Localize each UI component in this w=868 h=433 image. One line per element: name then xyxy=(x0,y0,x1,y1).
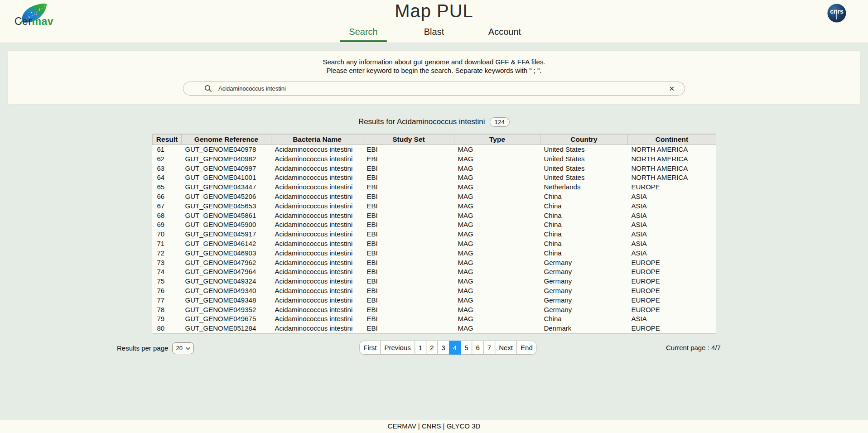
cell-result: 73 xyxy=(153,258,182,268)
table-row[interactable]: 77GUT_GENOME049348Acidaminococcus intest… xyxy=(153,296,716,305)
table-row[interactable]: 76GUT_GENOME049340Acidaminococcus intest… xyxy=(153,286,716,296)
tab-blast[interactable]: Blast xyxy=(410,26,458,42)
search-box: ✕ xyxy=(183,82,685,96)
table-row[interactable]: 80GUT_GENOME051284Acidaminococcus intest… xyxy=(153,324,716,333)
page-button-7[interactable]: 7 xyxy=(483,341,495,355)
cell-bacteria-name: Acidaminococcus intestini xyxy=(271,173,363,183)
cell-continent: EUROPE xyxy=(628,267,716,277)
bottom-controls: Results per page 20 FirstPrevious1234567… xyxy=(0,341,868,356)
table-row[interactable]: 63GUT_GENOME040997Acidaminococcus intest… xyxy=(153,164,716,173)
cell-country: Germany xyxy=(540,296,628,305)
cell-type: MAG xyxy=(454,211,540,221)
cell-bacteria-name: Acidaminococcus intestini xyxy=(271,277,363,286)
page-button-previous[interactable]: Previous xyxy=(380,341,415,355)
cell-genome-reference: GUT_GENOME043447 xyxy=(182,183,271,192)
cell-continent: ASIA xyxy=(628,220,716,230)
cell-study-set: EBI xyxy=(363,305,454,315)
cell-result: 75 xyxy=(153,277,182,286)
page-button-6[interactable]: 6 xyxy=(472,341,484,355)
table-row[interactable]: 66GUT_GENOME045206Acidaminococcus intest… xyxy=(153,192,716,202)
cell-continent: ASIA xyxy=(628,239,716,249)
results-count-badge: 124 xyxy=(490,117,510,127)
cell-bacteria-name: Acidaminococcus intestini xyxy=(271,192,363,202)
tab-account[interactable]: Account xyxy=(481,26,528,42)
table-row[interactable]: 75GUT_GENOME049324Acidaminococcus intest… xyxy=(153,277,716,286)
cell-study-set: EBI xyxy=(363,183,454,192)
clear-search-icon[interactable]: ✕ xyxy=(669,85,675,92)
cell-bacteria-name: Acidaminococcus intestini xyxy=(271,211,363,221)
table-row[interactable]: 69GUT_GENOME045900Acidaminococcus intest… xyxy=(153,220,716,230)
cell-bacteria-name: Acidaminococcus intestini xyxy=(271,296,363,305)
table-row[interactable]: 64GUT_GENOME041001Acidaminococcus intest… xyxy=(153,173,716,183)
table-row[interactable]: 72GUT_GENOME046903Acidaminococcus intest… xyxy=(153,249,716,258)
page-button-4[interactable]: 4 xyxy=(449,341,461,355)
cell-study-set: EBI xyxy=(363,192,454,202)
results-table-container: ResultGenome ReferenceBacteria NameStudy… xyxy=(152,134,716,334)
pagination: FirstPrevious1234567NextEnd xyxy=(359,341,536,355)
results-per-page-value: 20 xyxy=(176,345,182,351)
cell-type: MAG xyxy=(454,324,540,333)
table-row[interactable]: 79GUT_GENOME049675Acidaminococcus intest… xyxy=(153,314,716,324)
cell-type: MAG xyxy=(454,230,540,239)
cell-bacteria-name: Acidaminococcus intestini xyxy=(271,305,363,315)
table-row[interactable]: 62GUT_GENOME040982Acidaminococcus intest… xyxy=(153,154,716,164)
page-button-2[interactable]: 2 xyxy=(426,341,438,355)
cnrs-logo: cnrs xyxy=(827,4,846,23)
cell-study-set: EBI xyxy=(363,267,454,277)
cell-continent: NORTH AMERICA xyxy=(628,154,716,164)
cell-bacteria-name: Acidaminococcus intestini xyxy=(271,154,363,164)
page-button-next[interactable]: Next xyxy=(495,341,517,355)
cell-genome-reference: GUT_GENOME040997 xyxy=(182,164,271,173)
cell-study-set: EBI xyxy=(363,258,454,268)
cell-study-set: EBI xyxy=(363,154,454,164)
cell-continent: EUROPE xyxy=(628,277,716,286)
cell-continent: EUROPE xyxy=(628,286,716,296)
cell-type: MAG xyxy=(454,192,540,202)
cell-continent: ASIA xyxy=(628,230,716,239)
cell-genome-reference: GUT_GENOME047962 xyxy=(182,258,271,268)
cell-country: Germany xyxy=(540,277,628,286)
cell-bacteria-name: Acidaminococcus intestini xyxy=(271,314,363,324)
cell-genome-reference: GUT_GENOME045861 xyxy=(182,211,271,221)
cell-country: United States xyxy=(540,173,628,183)
results-per-page-select[interactable]: 20 xyxy=(172,342,194,354)
table-row[interactable]: 68GUT_GENOME045861Acidaminococcus intest… xyxy=(153,211,716,221)
cell-bacteria-name: Acidaminococcus intestini xyxy=(271,202,363,211)
cell-type: MAG xyxy=(454,305,540,315)
cell-genome-reference: GUT_GENOME046903 xyxy=(182,249,271,258)
table-row[interactable]: 67GUT_GENOME045653Acidaminococcus intest… xyxy=(153,202,716,211)
cell-type: MAG xyxy=(454,164,540,173)
cell-country: Denmark xyxy=(540,324,628,333)
cell-study-set: EBI xyxy=(363,202,454,211)
cell-country: China xyxy=(540,249,628,258)
cell-study-set: EBI xyxy=(363,277,454,286)
column-header-genome-reference: Genome Reference xyxy=(182,135,271,145)
cell-type: MAG xyxy=(454,220,540,230)
table-row[interactable]: 71GUT_GENOME046142Acidaminococcus intest… xyxy=(153,239,716,249)
column-header-type: Type xyxy=(454,135,540,145)
cell-continent: ASIA xyxy=(628,211,716,221)
search-input[interactable] xyxy=(218,85,669,92)
page-button-5[interactable]: 5 xyxy=(460,341,472,355)
table-row[interactable]: 61GUT_GENOME040978Acidaminococcus intest… xyxy=(153,145,716,154)
table-row[interactable]: 70GUT_GENOME045917Acidaminococcus intest… xyxy=(153,230,716,239)
page-button-first[interactable]: First xyxy=(359,341,381,355)
page-button-end[interactable]: End xyxy=(516,341,537,355)
search-instructions: Search any information about gut genome … xyxy=(8,51,860,75)
table-row[interactable]: 65GUT_GENOME043447Acidaminococcus intest… xyxy=(153,183,716,192)
cell-bacteria-name: Acidaminococcus intestini xyxy=(271,267,363,277)
tab-search[interactable]: Search xyxy=(340,26,387,42)
page-button-1[interactable]: 1 xyxy=(415,341,426,355)
table-row[interactable]: 74GUT_GENOME047964Acidaminococcus intest… xyxy=(153,267,716,277)
cell-genome-reference: GUT_GENOME045917 xyxy=(182,230,271,239)
cell-type: MAG xyxy=(454,239,540,249)
cell-genome-reference: GUT_GENOME041001 xyxy=(182,173,271,183)
cell-country: China xyxy=(540,202,628,211)
cell-genome-reference: GUT_GENOME046142 xyxy=(182,239,271,249)
table-row[interactable]: 78GUT_GENOME049352Acidaminococcus intest… xyxy=(153,305,716,315)
page-button-3[interactable]: 3 xyxy=(437,341,449,355)
column-header-continent: Continent xyxy=(628,135,716,145)
table-row[interactable]: 73GUT_GENOME047962Acidaminococcus intest… xyxy=(153,258,716,268)
cell-result: 63 xyxy=(153,164,182,173)
column-header-result: Result xyxy=(153,135,182,145)
